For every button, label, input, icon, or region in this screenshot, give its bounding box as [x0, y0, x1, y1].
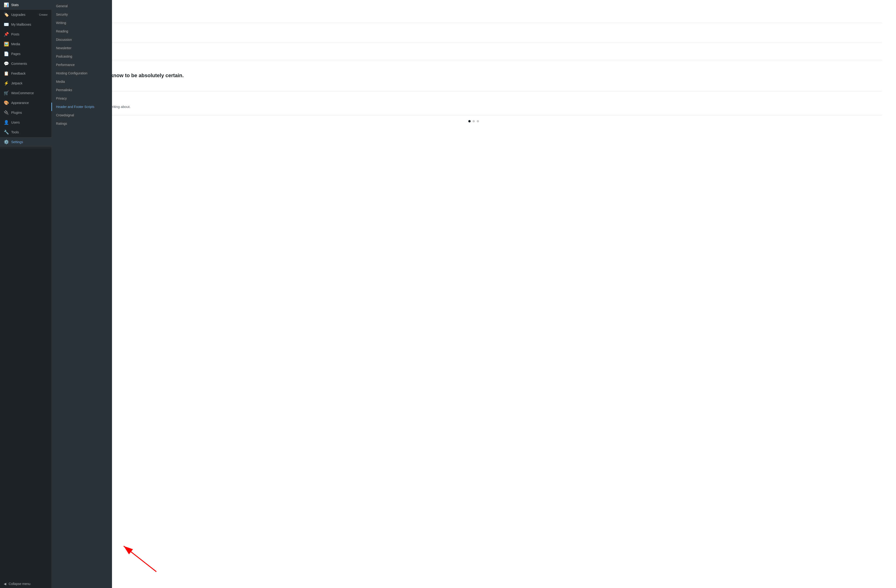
- collapse-menu-label: Collapse menu: [9, 582, 30, 586]
- upgrades-icon: 🏷️: [4, 12, 9, 17]
- main-content: Install the mobile app Enable post shari…: [51, 0, 896, 588]
- sidebar-item-jetpack[interactable]: ⚡Jetpack: [0, 78, 51, 88]
- writing-prompt-subtitle: ly writing prompt: [66, 67, 882, 71]
- settings-submenu: GeneralSecurityWritingReadingDiscussionN…: [51, 0, 112, 588]
- dot-3: [477, 120, 479, 122]
- submenu-item-writing[interactable]: Writing: [51, 19, 112, 27]
- users-icon: 👤: [4, 120, 9, 125]
- sidebar-item-label-woocommerce: WooCommerce: [11, 91, 47, 95]
- post-sharing-title: Enable post sharing: [66, 29, 882, 34]
- submenu-item-discussion[interactable]: Discussion: [51, 35, 112, 44]
- posts-icon: 📌: [4, 32, 9, 37]
- sidebar-item-label-feedback: Feedback: [11, 71, 47, 75]
- media-icon: 🖼️: [4, 41, 9, 47]
- submenu-item-general[interactable]: General: [51, 2, 112, 10]
- feedback-icon: 📋: [4, 71, 9, 76]
- submenu-item-newsletter[interactable]: Newsletter: [51, 44, 112, 52]
- pages-icon: 📄: [4, 51, 9, 56]
- submenu-item-crowdsignal[interactable]: Crowdsignal: [51, 111, 112, 119]
- collapse-icon: ◀: [4, 582, 6, 586]
- sidebar-item-label-users: Users: [11, 120, 47, 124]
- submenu-item-ratings[interactable]: Ratings: [51, 119, 112, 128]
- appearance-icon: 🎨: [4, 100, 9, 105]
- sidebar-item-stats[interactable]: 📊Stats: [0, 0, 51, 10]
- inspiration-title: ng for inspiration?: [66, 98, 882, 103]
- submenu-item-media[interactable]: Media: [51, 77, 112, 86]
- submenu-item-hosting-configuration[interactable]: Hosting Configuration: [51, 69, 112, 77]
- my-mailboxes-icon: ✉️: [4, 22, 9, 27]
- sidebar-item-label-my-mailboxes: My Mailboxes: [11, 23, 47, 26]
- sidebar-item-label-stats: Stats: [11, 3, 47, 7]
- submenu-item-performance[interactable]: Performance: [51, 61, 112, 69]
- sidebar-badge-upgrades: Creator: [39, 13, 47, 16]
- settings-icon: ⚙️: [4, 140, 9, 144]
- sidebar-item-label-jetpack: Jetpack: [11, 81, 47, 85]
- sidebar: 📊Stats🏷️UpgradesCreator✉️My Mailboxes📌Po…: [0, 0, 51, 588]
- comments-icon: 💬: [4, 61, 9, 66]
- stats-icon: 📊: [4, 2, 9, 8]
- svg-line-1: [123, 546, 156, 572]
- inspiration-text: at other brand new sites are writing abo…: [66, 105, 882, 109]
- post-sharing-section: Enable post sharing: [66, 23, 882, 43]
- sidebar-item-label-comments: Comments: [11, 62, 47, 65]
- dot-1: [468, 120, 471, 122]
- writing-prompt-section: ly writing prompt List 10 things you kno…: [66, 60, 882, 91]
- submenu-item-privacy[interactable]: Privacy: [51, 94, 112, 103]
- sidebar-item-upgrades[interactable]: 🏷️UpgradesCreator: [0, 10, 51, 20]
- mobile-app-section: Install the mobile app: [66, 9, 882, 23]
- tools-icon: 🔧: [4, 130, 9, 135]
- sidebar-item-settings[interactable]: ⚙️Settings: [0, 137, 51, 147]
- sidebar-item-label-upgrades: Upgrades: [11, 13, 37, 17]
- sidebar-item-label-media: Media: [11, 42, 47, 46]
- sidebar-item-label-pages: Pages: [11, 52, 47, 56]
- sidebar-item-posts[interactable]: 📌Posts: [0, 29, 51, 39]
- app-container: 📊Stats🏷️UpgradesCreator✉️My Mailboxes📌Po…: [0, 0, 896, 588]
- sidebar-item-label-plugins: Plugins: [11, 111, 47, 114]
- sidebar-item-label-tools: Tools: [11, 130, 47, 134]
- your-site-section: your site: [66, 43, 882, 60]
- inspiration-section: ng for inspiration? at other brand new s…: [66, 91, 882, 115]
- plugins-icon: 🔌: [4, 110, 9, 115]
- submenu-item-permalinks[interactable]: Permalinks: [51, 86, 112, 94]
- pagination-dots: [66, 115, 882, 127]
- sidebar-item-label-settings: Settings: [11, 140, 47, 144]
- submenu-item-reading[interactable]: Reading: [51, 27, 112, 35]
- submenu-item-security[interactable]: Security: [51, 10, 112, 19]
- arrow-annotation: [110, 537, 161, 574]
- mobile-app-title: Install the mobile app: [66, 9, 882, 14]
- sidebar-item-appearance[interactable]: 🎨Appearance: [0, 98, 51, 108]
- jetpack-icon: ⚡: [4, 81, 9, 86]
- sidebar-item-label-appearance: Appearance: [11, 101, 47, 105]
- sidebar-item-media[interactable]: 🖼️Media: [0, 39, 51, 49]
- sidebar-item-comments[interactable]: 💬Comments: [0, 59, 51, 68]
- sidebar-item-plugins[interactable]: 🔌Plugins: [0, 108, 51, 117]
- sidebar-item-feedback[interactable]: 📋Feedback: [0, 68, 51, 78]
- submenu-item-podcasting[interactable]: Podcasting: [51, 52, 112, 61]
- sidebar-item-label-posts: Posts: [11, 32, 47, 36]
- your-site-text: your site: [66, 49, 882, 53]
- woocommerce-icon: 🛒: [4, 90, 9, 96]
- submenu-item-header-footer-scripts[interactable]: Header and Footer Scripts: [51, 103, 112, 111]
- writing-prompt-text: List 10 things you know to be absolutely…: [66, 73, 882, 79]
- sidebar-item-tools[interactable]: 🔧Tools: [0, 127, 51, 137]
- sidebar-divider: [0, 148, 51, 148]
- collapse-menu-button[interactable]: ◀ Collapse menu: [0, 580, 51, 588]
- sidebar-item-my-mailboxes[interactable]: ✉️My Mailboxes: [0, 20, 51, 29]
- dot-2: [472, 120, 475, 122]
- sidebar-item-woocommerce[interactable]: 🛒WooCommerce: [0, 88, 51, 98]
- sidebar-item-pages[interactable]: 📄Pages: [0, 49, 51, 59]
- sidebar-item-users[interactable]: 👤Users: [0, 117, 51, 127]
